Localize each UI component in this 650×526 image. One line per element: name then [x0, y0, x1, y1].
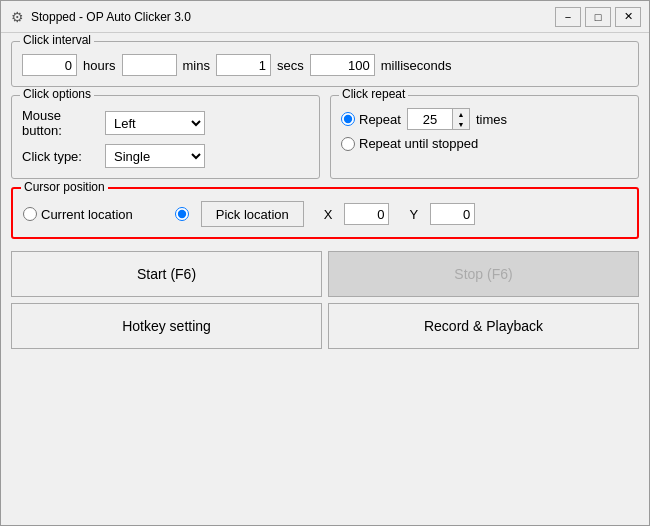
repeat-count-input[interactable] — [407, 108, 452, 130]
y-coord-label: Y — [409, 207, 418, 222]
ms-input[interactable] — [310, 54, 375, 76]
times-label: times — [476, 112, 507, 127]
window-controls: − □ ✕ — [555, 7, 641, 27]
hours-input[interactable] — [22, 54, 77, 76]
mins-input[interactable] — [122, 54, 177, 76]
secs-input[interactable] — [216, 54, 271, 76]
click-interval-group: Click interval hours mins secs milliseco… — [11, 41, 639, 87]
cursor-pos-row: Current location Pick location X Y — [23, 201, 627, 227]
window-title: Stopped - OP Auto Clicker 3.0 — [31, 10, 555, 24]
x-coord-input[interactable] — [344, 203, 389, 225]
click-options-label: Click options — [20, 87, 94, 101]
interval-row: hours mins secs milliseconds — [22, 54, 628, 76]
repeat-radio-label[interactable]: Repeat — [341, 112, 401, 127]
mouse-button-select[interactable]: Left Middle Right — [105, 111, 205, 135]
click-interval-label: Click interval — [20, 33, 94, 47]
main-window: ⚙ Stopped - OP Auto Clicker 3.0 − □ ✕ Cl… — [0, 0, 650, 526]
cursor-position-group: Cursor position Current location Pick lo… — [11, 187, 639, 239]
pick-location-radio-label[interactable] — [175, 207, 189, 221]
click-repeat-group: Click repeat Repeat ▲ ▼ times — [330, 95, 639, 179]
x-coord-label: X — [324, 207, 333, 222]
stop-button[interactable]: Stop (F6) — [328, 251, 639, 297]
hotkey-setting-button[interactable]: Hotkey setting — [11, 303, 322, 349]
record-playback-button[interactable]: Record & Playback — [328, 303, 639, 349]
repeat-radio[interactable] — [341, 112, 355, 126]
close-button[interactable]: ✕ — [615, 7, 641, 27]
content-area: Click interval hours mins secs milliseco… — [1, 33, 649, 525]
pick-location-radio[interactable] — [175, 207, 189, 221]
mins-label: mins — [183, 58, 210, 73]
ms-label: milliseconds — [381, 58, 452, 73]
hours-label: hours — [83, 58, 116, 73]
title-bar: ⚙ Stopped - OP Auto Clicker 3.0 − □ ✕ — [1, 1, 649, 33]
maximize-button[interactable]: □ — [585, 7, 611, 27]
repeat-until-label[interactable]: Repeat until stopped — [341, 136, 478, 151]
repeat-row: Repeat ▲ ▼ times — [341, 108, 628, 130]
y-coord-input[interactable] — [430, 203, 475, 225]
mouse-button-row: Mouse button: Left Middle Right — [22, 108, 309, 138]
app-icon: ⚙ — [9, 9, 25, 25]
mouse-button-label: Mouse button: — [22, 108, 97, 138]
secs-label: secs — [277, 58, 304, 73]
minimize-button[interactable]: − — [555, 7, 581, 27]
click-type-select[interactable]: Single Double — [105, 144, 205, 168]
click-type-label: Click type: — [22, 149, 97, 164]
repeat-spinner: ▲ ▼ — [452, 108, 470, 130]
cursor-position-label: Cursor position — [21, 180, 108, 194]
click-repeat-label: Click repeat — [339, 87, 408, 101]
repeat-increment-button[interactable]: ▲ — [453, 109, 469, 119]
repeat-label: Repeat — [359, 112, 401, 127]
click-type-row: Click type: Single Double — [22, 144, 309, 168]
bottom-buttons: Start (F6) Stop (F6) Hotkey setting Reco… — [11, 251, 639, 349]
repeat-until-row: Repeat until stopped — [341, 136, 628, 151]
current-location-radio[interactable] — [23, 207, 37, 221]
current-location-label[interactable]: Current location — [23, 207, 133, 222]
repeat-decrement-button[interactable]: ▼ — [453, 119, 469, 129]
current-location-text: Current location — [41, 207, 133, 222]
start-button[interactable]: Start (F6) — [11, 251, 322, 297]
pick-location-button[interactable]: Pick location — [201, 201, 304, 227]
click-options-group: Click options Mouse button: Left Middle … — [11, 95, 320, 179]
repeat-until-text: Repeat until stopped — [359, 136, 478, 151]
repeat-until-radio[interactable] — [341, 137, 355, 151]
middle-row: Click options Mouse button: Left Middle … — [11, 95, 639, 179]
repeat-input-wrap: ▲ ▼ — [407, 108, 470, 130]
